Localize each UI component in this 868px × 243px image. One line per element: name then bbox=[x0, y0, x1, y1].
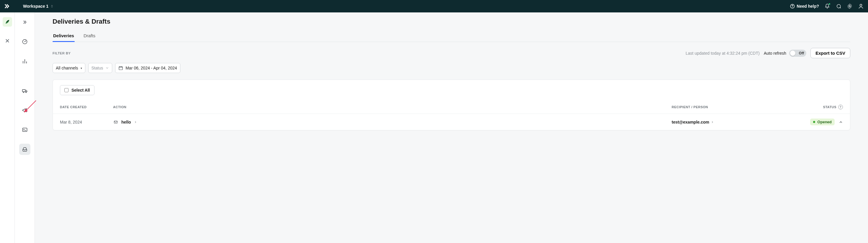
help-circle-icon bbox=[790, 4, 795, 9]
last-updated: Last updated today at 4:32:24 pm (CDT) bbox=[686, 51, 760, 56]
x-icon bbox=[5, 38, 10, 44]
toggle-knob bbox=[790, 51, 795, 56]
chevron-down-icon bbox=[105, 66, 109, 70]
sidebar-item-analytics[interactable] bbox=[19, 56, 30, 67]
chevron-up-icon[interactable] bbox=[839, 120, 843, 124]
col-date-created: DATE CREATED bbox=[60, 105, 113, 109]
sidebar-item-transactional[interactable] bbox=[19, 124, 30, 135]
cell-action[interactable]: hello bbox=[113, 120, 672, 125]
export-csv-button[interactable]: Export to CSV bbox=[810, 48, 850, 58]
chat-button[interactable] bbox=[836, 3, 841, 9]
svg-rect-11 bbox=[119, 66, 123, 70]
col-recipient: RECIPIENT / PERSON bbox=[672, 105, 784, 109]
svg-point-2 bbox=[849, 6, 850, 7]
workspace-switcher[interactable]: Workspace 1 bbox=[23, 4, 54, 8]
sidebar-item-deliveries[interactable] bbox=[19, 144, 30, 155]
select-all-button[interactable]: Select All bbox=[60, 85, 94, 95]
tabs: Deliveries Drafts bbox=[53, 31, 850, 42]
chevron-right-icon bbox=[711, 120, 714, 124]
gauge-icon bbox=[22, 39, 28, 45]
sidebar-item-broadcasts[interactable] bbox=[19, 105, 30, 116]
svg-rect-12 bbox=[114, 120, 118, 123]
main-content: Deliveries & Drafts Deliveries Drafts La… bbox=[35, 12, 868, 243]
brand-logo[interactable] bbox=[4, 3, 11, 9]
gear-icon bbox=[847, 3, 852, 9]
leaf-icon bbox=[5, 19, 10, 25]
filter-status[interactable]: Status bbox=[88, 63, 113, 73]
chevron-sort-icon bbox=[50, 4, 54, 8]
settings-button[interactable] bbox=[847, 3, 852, 9]
sidebar-item-dashboard[interactable] bbox=[19, 36, 30, 47]
sidebar bbox=[15, 12, 35, 243]
col-action: ACTION bbox=[113, 105, 672, 109]
topbar: Workspace 1 Need help? bbox=[0, 0, 868, 12]
cell-date: Mar 8, 2024 bbox=[60, 120, 113, 125]
cell-status: Opened bbox=[784, 118, 843, 125]
notification-dot bbox=[829, 3, 831, 5]
svg-point-3 bbox=[860, 4, 862, 6]
col-status: STATUS ? bbox=[784, 105, 843, 109]
need-help-button[interactable]: Need help? bbox=[790, 4, 819, 9]
table-header: DATE CREATED ACTION RECIPIENT / PERSON S… bbox=[53, 101, 850, 113]
table-row[interactable]: Mar 8, 2024 hello test@example.com Opene… bbox=[53, 113, 850, 130]
svg-point-7 bbox=[23, 92, 24, 93]
notifications-button[interactable] bbox=[824, 3, 830, 9]
mail-icon bbox=[113, 120, 118, 124]
page-title: Deliveries & Drafts bbox=[53, 18, 850, 25]
inbox-icon bbox=[22, 146, 28, 152]
calendar-icon bbox=[118, 65, 123, 70]
cell-recipient[interactable]: test@example.com bbox=[672, 120, 784, 125]
svg-point-5 bbox=[24, 42, 25, 42]
status-dot-icon bbox=[813, 121, 815, 123]
sidebar-item-journeys[interactable] bbox=[19, 85, 30, 97]
product-stripe bbox=[0, 12, 15, 243]
auto-refresh-toggle[interactable]: Off bbox=[789, 50, 806, 57]
sidebar-expand-button[interactable] bbox=[19, 17, 30, 28]
megaphone-icon bbox=[22, 107, 28, 113]
svg-rect-6 bbox=[22, 89, 25, 92]
checkbox-icon bbox=[64, 88, 68, 92]
expand-icon bbox=[22, 20, 27, 25]
workspace-label: Workspace 1 bbox=[23, 4, 49, 8]
status-badge: Opened bbox=[810, 118, 835, 125]
truck-icon bbox=[22, 88, 28, 94]
stripe-item-secondary[interactable] bbox=[3, 36, 12, 46]
svg-point-8 bbox=[25, 92, 26, 93]
auto-refresh-label: Auto refresh bbox=[764, 51, 786, 56]
tab-deliveries[interactable]: Deliveries bbox=[53, 31, 75, 42]
filter-channel[interactable]: All channels ▾ bbox=[53, 63, 85, 73]
help-circle-icon[interactable]: ? bbox=[838, 105, 843, 109]
dropdown-caret-icon: ▾ bbox=[81, 66, 82, 70]
svg-rect-9 bbox=[23, 128, 27, 132]
deliveries-table: Select All DATE CREATED ACTION RECIPIENT… bbox=[53, 80, 850, 130]
top-actions: Need help? bbox=[790, 3, 864, 9]
need-help-label: Need help? bbox=[797, 4, 819, 8]
bar-chart-icon bbox=[22, 58, 28, 64]
profile-button[interactable] bbox=[858, 3, 864, 9]
toggle-state: Off bbox=[799, 51, 804, 55]
filter-bar: All channels ▾ Status Mar 06, 2024 - Apr… bbox=[53, 63, 850, 73]
filter-by-label: FILTER BY bbox=[53, 51, 70, 55]
user-icon bbox=[858, 3, 864, 9]
terminal-icon bbox=[22, 127, 28, 133]
chevron-right-icon bbox=[134, 120, 137, 124]
filter-date-range[interactable]: Mar 06, 2024 - Apr 04, 2024 bbox=[115, 63, 180, 73]
stripe-item-primary[interactable] bbox=[3, 17, 12, 27]
svg-point-1 bbox=[792, 7, 793, 8]
tab-drafts[interactable]: Drafts bbox=[83, 31, 96, 42]
chat-icon bbox=[836, 4, 841, 9]
auto-refresh: Auto refresh Off bbox=[764, 50, 806, 57]
